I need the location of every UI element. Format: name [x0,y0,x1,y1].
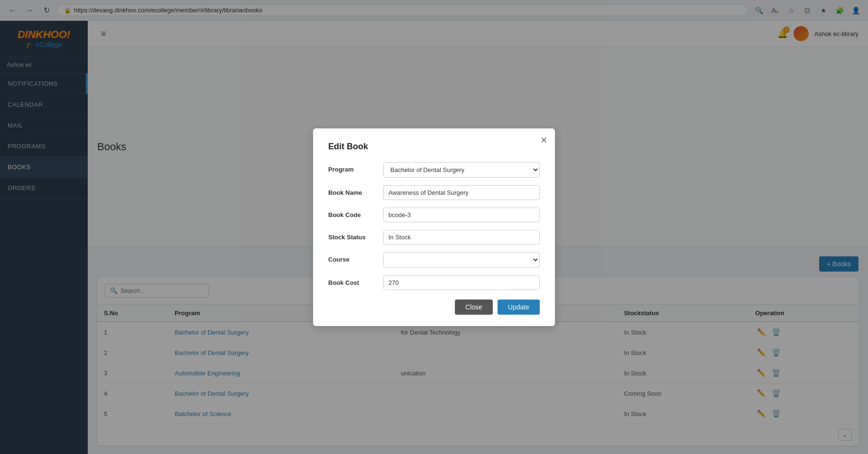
close-button[interactable]: Close [455,300,493,315]
modal-title: Edit Book [328,142,540,152]
program-select[interactable]: Bachelor of Dental Surgery Automobile En… [383,162,540,178]
program-label: Program [328,162,376,173]
form-group-bookcode: Book Code [328,208,540,222]
bookcost-label: Book Cost [328,275,376,286]
form-group-program: Program Bachelor of Dental Surgery Autom… [328,162,540,178]
course-select[interactable] [383,252,540,268]
update-button[interactable]: Update [498,300,540,315]
bookcode-label: Book Code [328,208,376,218]
bookname-input[interactable] [383,185,540,200]
form-group-bookname: Book Name [328,185,540,200]
form-group-course: Course [328,252,540,268]
course-label: Course [328,252,376,263]
stockstatus-label: Stock Status [328,230,376,241]
form-group-stockstatus: Stock Status [328,230,540,245]
bookcost-input[interactable] [383,275,540,290]
modal-close-button[interactable]: ✕ [540,135,547,145]
bookcode-input[interactable] [383,208,540,222]
bookname-label: Book Name [328,185,376,196]
stockstatus-input[interactable] [383,230,540,245]
edit-book-modal: Edit Book ✕ Program Bachelor of Dental S… [313,128,555,326]
form-group-bookcost: Book Cost [328,275,540,290]
modal-overlay: Edit Book ✕ Program Bachelor of Dental S… [0,0,868,454]
modal-footer: Close Update [328,300,540,315]
